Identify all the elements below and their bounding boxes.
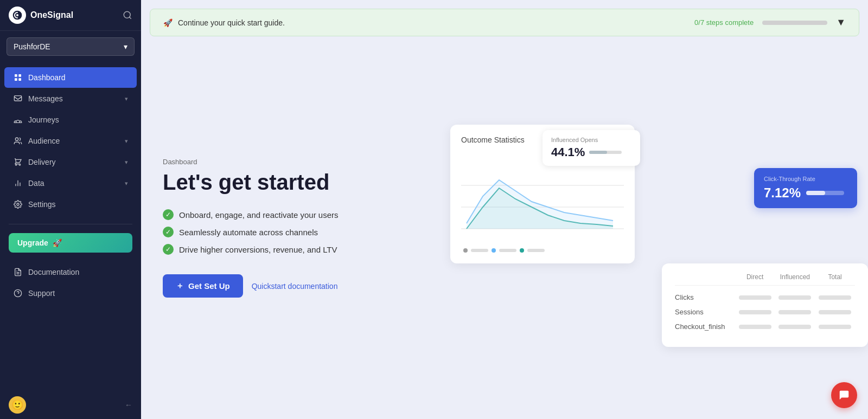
dot-bar-2: [499, 249, 516, 252]
table-row-checkout-direct: [735, 325, 775, 329]
feature-text-2: Seamlessly automate across channels: [179, 228, 318, 237]
influenced-opens-label: Influenced Opens: [551, 137, 631, 143]
workspace-selector[interactable]: PushforDE ▾: [7, 37, 135, 56]
get-setup-button[interactable]: ＋ Get Set Up: [163, 274, 243, 298]
svg-rect-3: [15, 74, 17, 77]
table-row-clicks-influenced: [775, 295, 815, 300]
outcome-table-card: Direct Influenced Total Clicks Sessions: [662, 263, 868, 347]
sidebar: OneSignal PushforDE ▾ Dashboard: [0, 0, 141, 419]
settings-icon: [13, 199, 23, 209]
table-row-sessions-total: [815, 310, 855, 314]
table-row-clicks-label: Clicks: [675, 293, 735, 301]
table-row-checkout-label: Checkout_finish: [675, 323, 735, 331]
dashboard-right: Outcome Statistics: [434, 119, 846, 336]
table-row-clicks-total: [815, 295, 855, 300]
workspace-chevron: ▾: [124, 42, 127, 51]
chat-bubble-icon: [838, 389, 850, 401]
ctr-bar-fill: [806, 191, 825, 195]
nav-items: Dashboard Messages ▾ Journeys: [0, 62, 141, 220]
svg-rect-6: [18, 78, 21, 81]
workspace-name: PushforDE: [14, 42, 50, 51]
svg-point-1: [16, 14, 18, 16]
table-col-direct: Direct: [735, 273, 775, 281]
search-button[interactable]: [123, 10, 132, 20]
quickstart-banner: 🚀 Continue your quick start guide. 0/7 s…: [150, 9, 859, 36]
upgrade-button[interactable]: Upgrade 🚀: [9, 233, 132, 253]
sidebar-header: OneSignal: [0, 0, 141, 31]
check-icon-2: ✓: [163, 227, 174, 237]
logo-svg: [12, 10, 23, 21]
ctr-value-row: 7.12%: [764, 185, 847, 201]
influenced-opens-value: 44.1%: [551, 145, 585, 159]
table-row-sessions-influenced: [775, 310, 815, 314]
sidebar-item-delivery-label: Delivery: [28, 158, 119, 166]
steps-complete-text: 0/7 steps complete: [694, 18, 754, 27]
feature-item-3: ✓ Drive higher conversions, revenue, and…: [163, 244, 434, 255]
dots-row: [461, 248, 624, 253]
sidebar-item-journeys-label: Journeys: [28, 115, 128, 124]
support-icon: [13, 288, 23, 298]
sidebar-item-dashboard[interactable]: Dashboard: [4, 67, 137, 88]
quickstart-collapse-button[interactable]: ▼: [836, 17, 846, 28]
table-row-clicks: Clicks: [675, 293, 855, 301]
sidebar-divider: [9, 224, 132, 224]
sidebar-item-audience[interactable]: Audience ▾: [4, 131, 137, 151]
sidebar-item-support[interactable]: Support: [4, 283, 137, 304]
ctr-label: Click-Through Rate: [764, 176, 847, 182]
influenced-opens-card: Influenced Opens 44.1%: [542, 130, 640, 166]
sidebar-item-settings-label: Settings: [28, 200, 128, 209]
ctr-value: 7.12%: [764, 185, 801, 201]
delivery-icon: [13, 157, 23, 167]
audience-icon: [13, 136, 23, 146]
main-content: 🚀 Continue your quick start guide. 0/7 s…: [141, 0, 868, 419]
upgrade-icon: 🚀: [53, 238, 62, 247]
svg-rect-5: [15, 78, 17, 81]
quickstart-right: 0/7 steps complete ▼: [694, 17, 846, 28]
sidebar-item-messages-label: Messages: [28, 94, 119, 103]
outcome-chart: [461, 153, 624, 240]
sidebar-item-messages[interactable]: Messages ▾: [4, 88, 137, 109]
sidebar-item-settings[interactable]: Settings: [4, 194, 137, 215]
dot-bar-3: [527, 249, 545, 252]
logo-text: OneSignal: [30, 10, 73, 20]
logo-area: OneSignal: [9, 7, 73, 24]
upgrade-label: Upgrade: [17, 238, 48, 247]
feature-text-1: Onboard, engage, and reactivate your use…: [179, 210, 339, 220]
search-icon: [123, 10, 132, 20]
svg-point-2: [124, 11, 130, 18]
journey-icon: [13, 115, 23, 125]
sidebar-item-data[interactable]: Data ▾: [4, 173, 137, 194]
sidebar-item-documentation[interactable]: Documentation: [4, 262, 137, 282]
collapse-sidebar-button[interactable]: ←: [125, 401, 132, 409]
dashboard-breadcrumb: Dashboard: [163, 158, 434, 166]
progress-bar: [762, 21, 827, 25]
audience-chevron-icon: ▾: [125, 138, 128, 145]
sidebar-item-delivery[interactable]: Delivery ▾: [4, 152, 137, 172]
dot-2: [492, 248, 496, 253]
support-label: Support: [28, 289, 128, 298]
feature-item-1: ✓ Onboard, engage, and reactivate your u…: [163, 209, 434, 220]
quickstart-doc-link[interactable]: Quickstart documentation: [252, 282, 338, 291]
data-icon: [13, 178, 23, 188]
sidebar-item-journeys[interactable]: Journeys: [4, 109, 137, 130]
table-row-sessions-label: Sessions: [675, 308, 735, 316]
sidebar-item-dashboard-label: Dashboard: [28, 73, 128, 82]
table-row-sessions: Sessions: [675, 308, 855, 316]
table-row-checkout-influenced: [775, 325, 815, 329]
user-avatar[interactable]: 🙂: [9, 396, 26, 414]
quickstart-left: 🚀 Continue your quick start guide.: [163, 18, 285, 27]
dot-3: [520, 248, 524, 253]
table-row-checkout: Checkout_finish: [675, 323, 855, 331]
sidebar-item-audience-label: Audience: [28, 137, 119, 145]
chat-bubble-button[interactable]: [831, 382, 857, 408]
table-row-checkout-total: [815, 325, 855, 329]
onesignal-logo-icon: [9, 7, 26, 24]
svg-point-8: [15, 138, 18, 140]
quickstart-text: Continue your quick start guide.: [178, 18, 285, 27]
message-icon: [13, 94, 23, 104]
table-row-sessions-direct: [735, 310, 775, 314]
grid-icon: [13, 73, 23, 82]
ctr-bar: [806, 191, 844, 195]
table-header: Direct Influenced Total: [675, 273, 855, 286]
dot-bar-1: [471, 249, 488, 252]
